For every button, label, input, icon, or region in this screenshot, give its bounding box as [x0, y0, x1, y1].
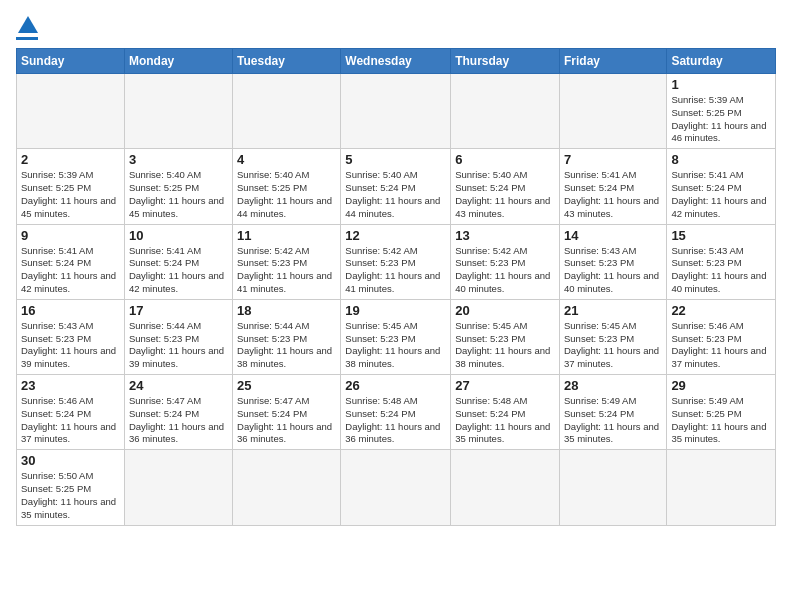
day-number-10: 10: [129, 228, 228, 243]
day-info-26: Sunrise: 5:48 AMSunset: 5:24 PMDaylight:…: [345, 395, 446, 446]
calendar-cell-empty: [233, 74, 341, 149]
day-number-16: 16: [21, 303, 120, 318]
day-number-19: 19: [345, 303, 446, 318]
calendar-cell-empty: [341, 450, 451, 525]
weekday-header-thursday: Thursday: [451, 49, 560, 74]
day-number-29: 29: [671, 378, 771, 393]
calendar-table: SundayMondayTuesdayWednesdayThursdayFrid…: [16, 48, 776, 526]
day-number-13: 13: [455, 228, 555, 243]
calendar-cell-empty: [124, 74, 232, 149]
day-number-9: 9: [21, 228, 120, 243]
calendar-cell-empty: [233, 450, 341, 525]
calendar-cell-2: 2Sunrise: 5:39 AMSunset: 5:25 PMDaylight…: [17, 149, 125, 224]
day-info-2: Sunrise: 5:39 AMSunset: 5:25 PMDaylight:…: [21, 169, 120, 220]
calendar-cell-13: 13Sunrise: 5:42 AMSunset: 5:23 PMDayligh…: [451, 224, 560, 299]
day-number-17: 17: [129, 303, 228, 318]
weekday-header-friday: Friday: [559, 49, 666, 74]
day-number-21: 21: [564, 303, 662, 318]
day-info-9: Sunrise: 5:41 AMSunset: 5:24 PMDaylight:…: [21, 245, 120, 296]
weekday-header-wednesday: Wednesday: [341, 49, 451, 74]
day-number-23: 23: [21, 378, 120, 393]
day-info-11: Sunrise: 5:42 AMSunset: 5:23 PMDaylight:…: [237, 245, 336, 296]
calendar-cell-27: 27Sunrise: 5:48 AMSunset: 5:24 PMDayligh…: [451, 375, 560, 450]
calendar-cell-1: 1Sunrise: 5:39 AMSunset: 5:25 PMDaylight…: [667, 74, 776, 149]
day-number-8: 8: [671, 152, 771, 167]
day-number-18: 18: [237, 303, 336, 318]
calendar-cell-24: 24Sunrise: 5:47 AMSunset: 5:24 PMDayligh…: [124, 375, 232, 450]
day-info-23: Sunrise: 5:46 AMSunset: 5:24 PMDaylight:…: [21, 395, 120, 446]
day-info-29: Sunrise: 5:49 AMSunset: 5:25 PMDaylight:…: [671, 395, 771, 446]
calendar-cell-17: 17Sunrise: 5:44 AMSunset: 5:23 PMDayligh…: [124, 299, 232, 374]
day-number-26: 26: [345, 378, 446, 393]
day-number-15: 15: [671, 228, 771, 243]
day-number-24: 24: [129, 378, 228, 393]
weekday-header-sunday: Sunday: [17, 49, 125, 74]
calendar-cell-21: 21Sunrise: 5:45 AMSunset: 5:23 PMDayligh…: [559, 299, 666, 374]
calendar-cell-20: 20Sunrise: 5:45 AMSunset: 5:23 PMDayligh…: [451, 299, 560, 374]
day-info-25: Sunrise: 5:47 AMSunset: 5:24 PMDaylight:…: [237, 395, 336, 446]
calendar-cell-16: 16Sunrise: 5:43 AMSunset: 5:23 PMDayligh…: [17, 299, 125, 374]
day-info-10: Sunrise: 5:41 AMSunset: 5:24 PMDaylight:…: [129, 245, 228, 296]
calendar-row-5: 30Sunrise: 5:50 AMSunset: 5:25 PMDayligh…: [17, 450, 776, 525]
calendar-row-4: 23Sunrise: 5:46 AMSunset: 5:24 PMDayligh…: [17, 375, 776, 450]
calendar-cell-11: 11Sunrise: 5:42 AMSunset: 5:23 PMDayligh…: [233, 224, 341, 299]
day-info-16: Sunrise: 5:43 AMSunset: 5:23 PMDaylight:…: [21, 320, 120, 371]
day-info-24: Sunrise: 5:47 AMSunset: 5:24 PMDaylight:…: [129, 395, 228, 446]
calendar-cell-empty: [17, 74, 125, 149]
day-info-4: Sunrise: 5:40 AMSunset: 5:25 PMDaylight:…: [237, 169, 336, 220]
day-info-18: Sunrise: 5:44 AMSunset: 5:23 PMDaylight:…: [237, 320, 336, 371]
calendar-cell-empty: [559, 74, 666, 149]
day-number-22: 22: [671, 303, 771, 318]
day-info-27: Sunrise: 5:48 AMSunset: 5:24 PMDaylight:…: [455, 395, 555, 446]
calendar-cell-14: 14Sunrise: 5:43 AMSunset: 5:23 PMDayligh…: [559, 224, 666, 299]
calendar-cell-7: 7Sunrise: 5:41 AMSunset: 5:24 PMDaylight…: [559, 149, 666, 224]
weekday-header-monday: Monday: [124, 49, 232, 74]
calendar-cell-3: 3Sunrise: 5:40 AMSunset: 5:25 PMDaylight…: [124, 149, 232, 224]
day-info-7: Sunrise: 5:41 AMSunset: 5:24 PMDaylight:…: [564, 169, 662, 220]
day-info-17: Sunrise: 5:44 AMSunset: 5:23 PMDaylight:…: [129, 320, 228, 371]
calendar-row-1: 2Sunrise: 5:39 AMSunset: 5:25 PMDaylight…: [17, 149, 776, 224]
logo: [16, 16, 38, 40]
calendar-row-0: 1Sunrise: 5:39 AMSunset: 5:25 PMDaylight…: [17, 74, 776, 149]
day-info-5: Sunrise: 5:40 AMSunset: 5:24 PMDaylight:…: [345, 169, 446, 220]
day-info-30: Sunrise: 5:50 AMSunset: 5:25 PMDaylight:…: [21, 470, 120, 521]
calendar-body: 1Sunrise: 5:39 AMSunset: 5:25 PMDaylight…: [17, 74, 776, 526]
calendar-cell-6: 6Sunrise: 5:40 AMSunset: 5:24 PMDaylight…: [451, 149, 560, 224]
day-number-28: 28: [564, 378, 662, 393]
calendar-cell-25: 25Sunrise: 5:47 AMSunset: 5:24 PMDayligh…: [233, 375, 341, 450]
day-info-12: Sunrise: 5:42 AMSunset: 5:23 PMDaylight:…: [345, 245, 446, 296]
day-info-15: Sunrise: 5:43 AMSunset: 5:23 PMDaylight:…: [671, 245, 771, 296]
calendar-row-3: 16Sunrise: 5:43 AMSunset: 5:23 PMDayligh…: [17, 299, 776, 374]
calendar-cell-26: 26Sunrise: 5:48 AMSunset: 5:24 PMDayligh…: [341, 375, 451, 450]
day-number-14: 14: [564, 228, 662, 243]
calendar-cell-empty: [451, 450, 560, 525]
day-number-1: 1: [671, 77, 771, 92]
day-info-19: Sunrise: 5:45 AMSunset: 5:23 PMDaylight:…: [345, 320, 446, 371]
calendar-cell-empty: [341, 74, 451, 149]
calendar-cell-18: 18Sunrise: 5:44 AMSunset: 5:23 PMDayligh…: [233, 299, 341, 374]
calendar-cell-23: 23Sunrise: 5:46 AMSunset: 5:24 PMDayligh…: [17, 375, 125, 450]
calendar-cell-19: 19Sunrise: 5:45 AMSunset: 5:23 PMDayligh…: [341, 299, 451, 374]
day-info-22: Sunrise: 5:46 AMSunset: 5:23 PMDaylight:…: [671, 320, 771, 371]
calendar-cell-22: 22Sunrise: 5:46 AMSunset: 5:23 PMDayligh…: [667, 299, 776, 374]
calendar-cell-4: 4Sunrise: 5:40 AMSunset: 5:25 PMDaylight…: [233, 149, 341, 224]
calendar-cell-9: 9Sunrise: 5:41 AMSunset: 5:24 PMDaylight…: [17, 224, 125, 299]
logo-triangle-icon: [18, 16, 38, 33]
calendar-cell-12: 12Sunrise: 5:42 AMSunset: 5:23 PMDayligh…: [341, 224, 451, 299]
weekday-header-tuesday: Tuesday: [233, 49, 341, 74]
weekday-header-row: SundayMondayTuesdayWednesdayThursdayFrid…: [17, 49, 776, 74]
calendar-cell-15: 15Sunrise: 5:43 AMSunset: 5:23 PMDayligh…: [667, 224, 776, 299]
calendar-cell-8: 8Sunrise: 5:41 AMSunset: 5:24 PMDaylight…: [667, 149, 776, 224]
day-info-13: Sunrise: 5:42 AMSunset: 5:23 PMDaylight:…: [455, 245, 555, 296]
calendar-cell-28: 28Sunrise: 5:49 AMSunset: 5:24 PMDayligh…: [559, 375, 666, 450]
calendar-row-2: 9Sunrise: 5:41 AMSunset: 5:24 PMDaylight…: [17, 224, 776, 299]
day-info-1: Sunrise: 5:39 AMSunset: 5:25 PMDaylight:…: [671, 94, 771, 145]
day-number-25: 25: [237, 378, 336, 393]
calendar-cell-empty: [559, 450, 666, 525]
day-info-21: Sunrise: 5:45 AMSunset: 5:23 PMDaylight:…: [564, 320, 662, 371]
day-number-2: 2: [21, 152, 120, 167]
logo-underline: [16, 37, 38, 40]
day-info-8: Sunrise: 5:41 AMSunset: 5:24 PMDaylight:…: [671, 169, 771, 220]
calendar-cell-30: 30Sunrise: 5:50 AMSunset: 5:25 PMDayligh…: [17, 450, 125, 525]
calendar-cell-empty: [667, 450, 776, 525]
